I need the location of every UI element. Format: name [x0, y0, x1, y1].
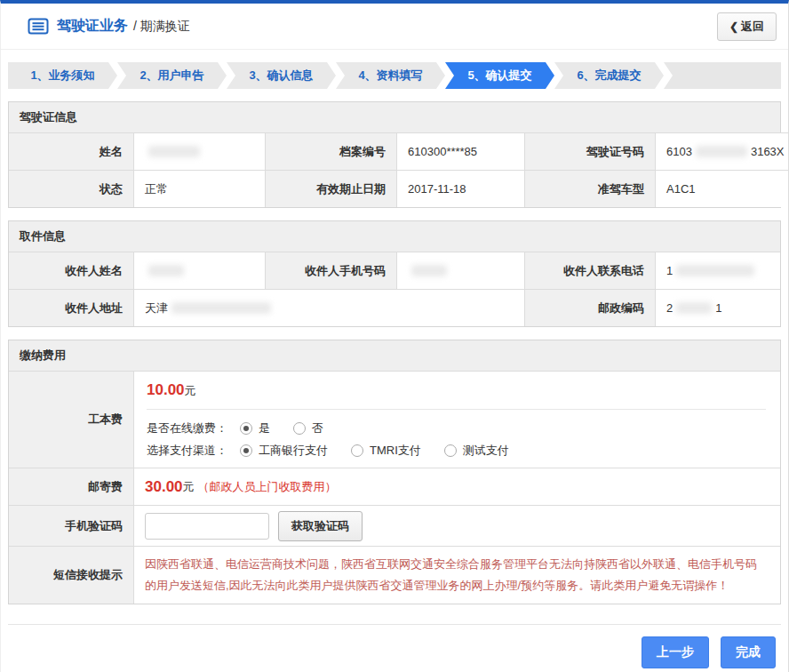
- step-6-complete: 6、完成提交: [554, 62, 664, 89]
- mail-fee-amount: 30.00: [145, 478, 183, 496]
- recipient-name-label: 收件人姓名: [9, 252, 134, 289]
- radio-option-tmri[interactable]: TMRI支付: [351, 443, 421, 459]
- online-pay-question: 是否在线缴费：: [147, 420, 227, 436]
- step-3-confirm-info: 3、确认信息: [227, 62, 336, 89]
- step-1-notice: 1、业务须知: [8, 62, 117, 89]
- radio-unchecked-icon[interactable]: [293, 422, 306, 435]
- fee-divider: [147, 409, 766, 410]
- recipient-phone-value: 1: [656, 252, 780, 289]
- breadcrumb: / 期满换证: [133, 19, 190, 35]
- radio-unchecked-icon[interactable]: [444, 444, 457, 457]
- production-fee-amount: 10.00: [147, 381, 185, 398]
- postal-code-value: 21: [656, 289, 780, 326]
- radio-icbc-label: 工商银行支付: [259, 443, 328, 459]
- page: 驾驶证业务 / 期满换证 ❮返回 1、业务须知 2、用户申告 3、确认信息 4、…: [0, 0, 789, 672]
- license-number-label: 驾驶证号码: [525, 132, 656, 170]
- name-label: 姓名: [9, 132, 134, 170]
- pickup-info-title: 取件信息: [9, 221, 780, 252]
- production-fee-cell: 10.00元 是否在线缴费： 是 否 选择支付渠道： 工商银行支付 TMRI支付…: [134, 371, 780, 468]
- radio-checked-icon[interactable]: [240, 444, 252, 457]
- redacted-value: [676, 265, 754, 276]
- radio-option-yes[interactable]: 是: [240, 420, 270, 436]
- yuan-unit: 元: [183, 479, 195, 495]
- footer-actions: 上一步 完成: [8, 624, 781, 668]
- expiry-label: 有效期止日期: [266, 170, 397, 207]
- pay-channel-question: 选择支付渠道：: [147, 443, 227, 459]
- production-fee-amount-line: 10.00元: [147, 381, 766, 399]
- radio-no-label: 否: [312, 420, 323, 436]
- sms-code-input[interactable]: [145, 513, 269, 540]
- radio-checked-icon[interactable]: [240, 422, 252, 435]
- license-info-title: 驾驶证信息: [9, 102, 780, 132]
- redacted-value: [148, 146, 200, 157]
- step-2-declaration: 2、用户申告: [117, 62, 227, 89]
- radio-option-test[interactable]: 测试支付: [444, 443, 509, 459]
- postal-code-label: 邮政编码: [525, 289, 656, 326]
- status-value: 正常: [134, 170, 266, 207]
- get-code-button[interactable]: 获取验证码: [278, 511, 363, 541]
- redacted-value: [411, 265, 447, 276]
- radio-option-no[interactable]: 否: [293, 420, 323, 436]
- step-progress-bar: 1、业务须知 2、用户申告 3、确认信息 4、资料填写 5、确认提交 6、完成提…: [8, 62, 781, 89]
- license-number-suffix: 3163X: [751, 145, 785, 158]
- back-chevron-icon: ❮: [729, 20, 738, 33]
- file-number-label: 档案编号: [266, 132, 397, 170]
- recipient-name-value: [134, 252, 266, 289]
- previous-step-button[interactable]: 上一步: [642, 636, 709, 668]
- recipient-address-value: 天津: [134, 289, 525, 326]
- name-value: [134, 132, 266, 170]
- recipient-phone-label: 收件人联系电话: [525, 252, 656, 289]
- mail-fee-note: （邮政人员上门收取费用）: [198, 479, 337, 495]
- radio-tmri-label: TMRI支付: [370, 443, 421, 459]
- radio-option-icbc[interactable]: 工商银行支付: [240, 443, 328, 459]
- recipient-phone-prefix: 1: [666, 264, 673, 277]
- sms-tip-text: 因陕西省联通、电信运营商技术问题，陕西省互联网交通安全综合服务管理平台无法向持陕…: [145, 547, 773, 604]
- file-number-value: 610300****85: [397, 132, 525, 170]
- recipient-address-label: 收件人地址: [9, 289, 134, 326]
- redacted-value: [148, 265, 184, 276]
- header: 驾驶证业务 / 期满换证 ❮返回: [1, 4, 788, 50]
- back-button[interactable]: ❮返回: [717, 12, 777, 41]
- production-fee-label: 工本费: [9, 371, 134, 468]
- mail-fee-value: 30.00元（邮政人员上门收取费用）: [134, 468, 780, 505]
- back-button-label: 返回: [741, 20, 764, 33]
- finish-button[interactable]: 完成: [721, 636, 776, 668]
- sms-tip-cell: 因陕西省联通、电信运营商技术问题，陕西省互联网交通安全综合服务管理平台无法向持陕…: [134, 546, 780, 604]
- step-4-fill-data: 4、资料填写: [336, 62, 445, 89]
- page-title: 驾驶证业务: [57, 17, 128, 36]
- license-number-value: 61033163X: [656, 132, 789, 170]
- radio-test-label: 测试支付: [463, 443, 509, 459]
- mail-fee-label: 邮寄费: [9, 468, 134, 505]
- license-info-section: 驾驶证信息 姓名 档案编号 610300****85 驾驶证号码 6103316…: [8, 101, 781, 208]
- postal-code-suffix: 1: [715, 301, 721, 315]
- radio-unchecked-icon[interactable]: [351, 444, 363, 457]
- online-pay-row: 是否在线缴费： 是 否: [147, 420, 766, 436]
- yuan-unit: 元: [185, 384, 196, 397]
- redacted-value: [676, 302, 712, 314]
- redacted-value: [696, 146, 747, 157]
- redacted-value: [171, 302, 271, 314]
- sms-code-row: 获取验证码: [134, 505, 780, 546]
- step-bar-filler: [664, 62, 781, 89]
- license-number-prefix: 6103: [666, 145, 692, 158]
- sms-code-label: 手机验证码: [9, 505, 134, 546]
- radio-yes-label: 是: [259, 420, 270, 436]
- expiry-value: 2017-11-18: [397, 170, 525, 207]
- status-label: 状态: [9, 170, 134, 207]
- recipient-mobile-value: [397, 252, 525, 289]
- recipient-mobile-label: 收件人手机号码: [266, 252, 397, 289]
- vehicle-class-label: 准驾车型: [525, 170, 656, 207]
- postal-code-prefix: 2: [666, 301, 673, 315]
- license-card-icon: [28, 18, 49, 35]
- sms-tip-label: 短信接收提示: [9, 546, 134, 604]
- recipient-address-prefix: 天津: [145, 300, 168, 316]
- fees-section: 缴纳费用 工本费 10.00元 是否在线缴费： 是 否 选择支付渠道： 工商银行…: [8, 340, 781, 604]
- pay-channel-row: 选择支付渠道： 工商银行支付 TMRI支付 测试支付: [147, 443, 766, 459]
- step-5-confirm-submit: 5、确认提交: [445, 62, 554, 89]
- pickup-info-section: 取件信息 收件人姓名 收件人手机号码 收件人联系电话 1 收件人地址 天津 邮政…: [8, 220, 781, 327]
- vehicle-class-value: A1C1: [656, 170, 789, 207]
- fees-title: 缴纳费用: [9, 340, 780, 371]
